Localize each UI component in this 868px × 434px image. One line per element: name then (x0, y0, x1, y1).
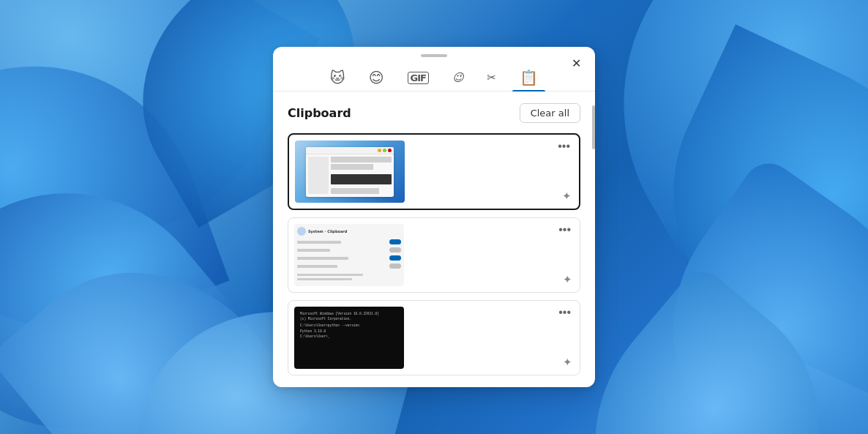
preview-1-window (306, 147, 394, 197)
tab-bar: 🐱 😊 GIF 😉 ✂ 📋 (273, 60, 595, 91)
preview-2-label-4 (297, 265, 337, 268)
tab-gif[interactable]: GIF (400, 67, 436, 90)
preview-2-toggle-4 (389, 263, 401, 269)
tab-kaomoji[interactable]: 🐱 (323, 66, 353, 91)
clipboard-item-2[interactable]: System · Clipboard (288, 217, 580, 293)
clear-all-button[interactable]: Clear all (520, 103, 580, 123)
item-1-more-button[interactable]: ••• (555, 139, 573, 154)
preview-2-row-4 (297, 263, 401, 269)
drag-handle-bar (421, 54, 447, 57)
preview-2-extra-1 (297, 274, 363, 276)
tab-clipboard[interactable]: 📋 (512, 66, 545, 91)
tab-emoji[interactable]: 😊 (362, 66, 392, 91)
panel-overlay: ✕ 🐱 😊 GIF 😉 ✂ 📋 (0, 0, 868, 434)
preview-2-label-1 (297, 241, 341, 244)
preview-1-main (331, 157, 392, 194)
clipboard-header-row: Clipboard Clear all (288, 103, 580, 123)
emoticons-icon: 😉 (452, 72, 464, 83)
item-3-preview: Microsoft Windows [Version 10.0.22621.0]… (294, 307, 404, 369)
clipboard-list: ••• ✦ System · Clipboard (288, 133, 580, 375)
kaomoji-icon: 🐱 (330, 70, 345, 85)
scroll-track (592, 91, 595, 387)
preview-1-close-btn (388, 149, 392, 152)
clipboard-item-3[interactable]: Microsoft Windows [Version 10.0.22621.0]… (288, 300, 580, 375)
terminal-line-2: (c) Microsoft Corporation. (300, 316, 398, 321)
preview-dark-bar (331, 174, 392, 184)
clipboard-icon: 📋 (520, 70, 538, 85)
preview-2-toggle-3 (389, 255, 401, 261)
terminal-line-1: Microsoft Windows [Version 10.0.22621.0] (300, 311, 398, 316)
preview-1-body (306, 154, 394, 196)
preview-2-row-2 (297, 247, 401, 253)
symbols-icon: ✂ (487, 72, 497, 83)
preview-2-label-2 (297, 249, 330, 252)
emoji-icon: 😊 (369, 70, 384, 85)
terminal-line-4: Python 3.10.0 (300, 329, 398, 334)
preview-row-2 (331, 164, 373, 170)
preview-2-row-3 (297, 255, 401, 261)
preview-1-max-btn (383, 149, 386, 152)
preview-row-3 (331, 188, 379, 194)
item-1-preview (295, 141, 405, 203)
panel-body: Clipboard Clear all (273, 91, 595, 387)
gif-icon: GIF (408, 72, 429, 84)
preview-2-header: System · Clipboard (297, 227, 401, 236)
terminal-line-3: C:\Users\User>python --version (300, 323, 398, 328)
item-2-pin-button[interactable]: ✦ (560, 272, 575, 288)
preview-2-title: System · Clipboard (308, 229, 347, 233)
preview-2-label-3 (297, 257, 348, 260)
item-1-content (295, 141, 573, 203)
item-2-preview: System · Clipboard (294, 224, 404, 286)
preview-1-titlebar (306, 147, 394, 154)
preview-1-min-btn (378, 149, 381, 152)
preview-1-sidebar (308, 157, 329, 194)
clipboard-panel: ✕ 🐱 😊 GIF 😉 ✂ 📋 (273, 47, 595, 387)
preview-2-toggle-2 (389, 247, 401, 252)
item-2-content: System · Clipboard (294, 224, 574, 286)
preview-2-avatar (297, 227, 306, 236)
tab-symbols[interactable]: ✂ (480, 68, 504, 89)
preview-2-toggle-1 (389, 239, 401, 244)
item-3-pin-button[interactable]: ✦ (560, 354, 575, 370)
item-1-pin-button[interactable]: ✦ (559, 188, 575, 204)
item-3-content: Microsoft Windows [Version 10.0.22621.0]… (294, 307, 574, 369)
scroll-thumb (592, 105, 595, 149)
item-2-more-button[interactable]: ••• (555, 222, 574, 237)
drag-handle-area[interactable] (273, 47, 595, 60)
clipboard-title: Clipboard (288, 106, 351, 120)
preview-2-row-1 (297, 239, 401, 245)
clipboard-item-1[interactable]: ••• ✦ (288, 133, 580, 210)
tab-emoticons[interactable]: 😉 (445, 68, 471, 89)
preview-2-extra-2 (297, 278, 352, 280)
close-button[interactable]: ✕ (566, 53, 586, 73)
preview-2-extra (297, 274, 401, 280)
preview-row-1 (331, 157, 392, 162)
item-3-more-button[interactable]: ••• (555, 305, 574, 320)
terminal-line-5: C:\Users\User>_ (300, 334, 398, 339)
